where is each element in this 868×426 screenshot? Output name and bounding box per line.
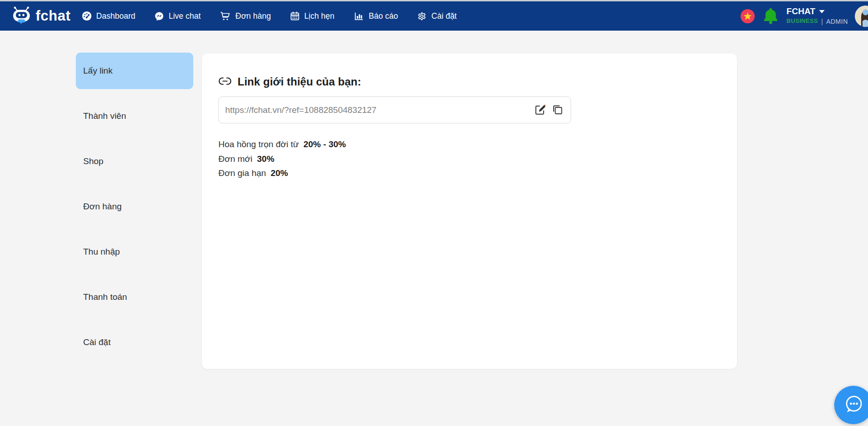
live-chat-fab[interactable]: [834, 386, 868, 424]
chevron-down-icon: [819, 10, 825, 13]
sidebar-item-label: Thành viên: [83, 111, 126, 121]
referral-card: Link giới thiệu của bạn: Hoa hồng trọn đ…: [202, 53, 737, 369]
commission-line: Đơn gia hạn20%: [218, 166, 720, 181]
nav-item-appointments[interactable]: Lịch hẹn: [290, 11, 334, 21]
plan-badge: BUSINESS: [787, 18, 818, 25]
vietnam-flag-icon[interactable]: [741, 9, 755, 23]
commission-info: Hoa hồng trọn đời từ20% - 30% Đơn mới30%…: [218, 137, 720, 181]
link-icon: [218, 77, 232, 87]
calendar-icon: [290, 11, 300, 21]
page-title: Link giới thiệu của bạn:: [238, 75, 361, 88]
sidebar-item-label: Cài đặt: [83, 337, 111, 347]
divider: |: [821, 17, 823, 25]
bar-chart-icon: [354, 11, 364, 21]
commission-line: Hoa hồng trọn đời từ20% - 30%: [218, 137, 720, 152]
referral-link-input[interactable]: [218, 96, 571, 123]
nav-item-label: Báo cáo: [369, 11, 398, 21]
edit-icon[interactable]: [534, 104, 546, 116]
robot-icon: [11, 5, 32, 27]
nav-item-settings[interactable]: Cài đặt: [417, 11, 456, 21]
main-menu: Dashboard Live chat Đơn hàng: [82, 11, 457, 21]
sidebar-item-label: Thanh toán: [83, 292, 127, 302]
nav-item-orders[interactable]: Đơn hàng: [220, 11, 271, 21]
avatar[interactable]: [855, 5, 868, 27]
sidebar-item-label: Shop: [83, 156, 103, 166]
fchat-logo[interactable]: fchat: [11, 5, 71, 27]
top-navbar: fchat Dashboard: [0, 1, 868, 31]
sidebar-item-cai-dat[interactable]: Cài đặt: [76, 324, 193, 361]
sidebar: Lấy link Thành viên Shop Đơn hàng Thu nh…: [76, 53, 193, 369]
commission-line: Đơn mới30%: [218, 152, 720, 166]
brand-name: fchat: [36, 8, 71, 24]
gear-icon: [417, 11, 427, 21]
sidebar-item-lay-link[interactable]: Lấy link: [76, 53, 193, 89]
nav-item-label: Live chat: [169, 11, 201, 21]
sidebar-item-thu-nhap[interactable]: Thu nhập: [76, 234, 193, 270]
nav-item-label: Dashboard: [96, 11, 136, 21]
nav-item-dashboard[interactable]: Dashboard: [82, 11, 136, 21]
chat-bubble-icon: [842, 393, 865, 418]
navbar-right: FCHAT BUSINESS | ADMIN: [741, 5, 868, 27]
dashboard-icon: [82, 11, 92, 21]
cart-icon: [220, 11, 231, 21]
referral-link-field: [218, 96, 571, 123]
nav-item-livechat[interactable]: Live chat: [154, 11, 201, 21]
notification-bell-icon[interactable]: [762, 6, 780, 26]
sidebar-item-thanh-vien[interactable]: Thành viên: [76, 98, 193, 134]
account-menu[interactable]: FCHAT BUSINESS | ADMIN: [787, 6, 848, 25]
sidebar-item-don-hang[interactable]: Đơn hàng: [76, 188, 193, 225]
sidebar-item-label: Lấy link: [83, 66, 112, 76]
sidebar-item-shop[interactable]: Shop: [76, 143, 193, 180]
copy-icon[interactable]: [551, 104, 564, 116]
nav-item-label: Cài đặt: [431, 11, 456, 21]
sidebar-item-thanh-toan[interactable]: Thanh toán: [76, 279, 193, 315]
nav-item-reports[interactable]: Báo cáo: [354, 11, 398, 21]
nav-item-label: Lịch hẹn: [304, 11, 334, 21]
sidebar-item-label: Thu nhập: [83, 247, 120, 257]
messenger-icon: [154, 11, 164, 21]
role-label: ADMIN: [826, 18, 848, 25]
account-name: FCHAT: [787, 6, 815, 16]
sidebar-item-label: Đơn hàng: [83, 202, 122, 212]
nav-item-label: Đơn hàng: [235, 11, 271, 21]
